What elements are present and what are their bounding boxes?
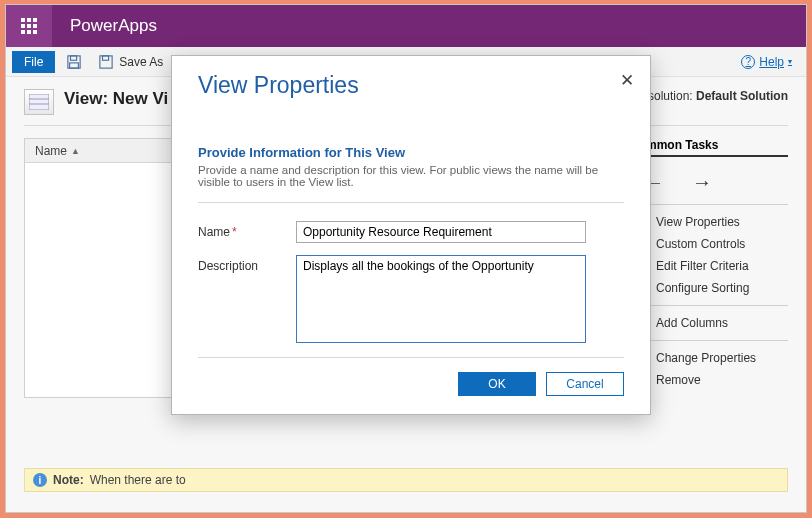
name-input[interactable] <box>296 221 586 243</box>
description-label: Description <box>198 255 296 273</box>
file-button[interactable]: File <box>12 51 55 73</box>
help-icon: ? <box>741 55 755 69</box>
nav-forward-icon[interactable]: → <box>692 171 712 194</box>
view-title: View: New Vi <box>64 89 168 109</box>
task-remove[interactable]: Remove <box>630 369 788 391</box>
app-title: PowerApps <box>70 16 157 36</box>
svg-rect-10 <box>71 55 77 59</box>
save-button[interactable] <box>61 51 87 73</box>
note-text: When there are to <box>90 473 186 487</box>
tasks-title: Common Tasks <box>630 138 788 157</box>
common-tasks-panel: Common Tasks ← → View Properties Custom … <box>630 138 788 398</box>
svg-rect-11 <box>70 62 79 67</box>
svg-rect-6 <box>21 30 25 34</box>
svg-rect-5 <box>33 24 37 28</box>
save-as-icon <box>97 53 115 71</box>
note-bar: i Note: When there are to <box>24 468 788 492</box>
save-as-button[interactable]: Save As <box>93 51 167 73</box>
chevron-down-icon: ▾ <box>788 57 792 66</box>
task-change-properties[interactable]: Change Properties <box>630 347 788 369</box>
close-icon[interactable]: ✕ <box>620 70 634 91</box>
description-textarea[interactable] <box>296 255 586 343</box>
help-label: Help <box>759 55 784 69</box>
dialog-section-title: Provide Information for This View <box>198 145 624 160</box>
info-icon: i <box>33 473 47 487</box>
grid-column-label: Name <box>35 144 67 158</box>
svg-rect-0 <box>21 18 25 22</box>
task-edit-filter[interactable]: Edit Filter Criteria <box>630 255 788 277</box>
sort-asc-icon: ▲ <box>71 146 80 156</box>
solution-label: n solution: Default Solution <box>638 89 788 103</box>
view-properties-dialog: View Properties ✕ Provide Information fo… <box>171 55 651 415</box>
svg-rect-1 <box>27 18 31 22</box>
help-link[interactable]: ? Help ▾ <box>741 55 800 69</box>
view-icon <box>24 89 54 115</box>
svg-rect-3 <box>21 24 25 28</box>
task-configure-sorting[interactable]: Configure Sorting <box>630 277 788 299</box>
task-view-properties[interactable]: View Properties <box>630 211 788 233</box>
save-icon <box>65 53 83 71</box>
svg-rect-13 <box>103 55 109 59</box>
name-label: Name* <box>198 221 296 239</box>
svg-rect-14 <box>29 94 49 110</box>
cancel-button[interactable]: Cancel <box>546 372 624 396</box>
save-as-label: Save As <box>119 55 163 69</box>
waffle-icon[interactable] <box>6 5 52 47</box>
svg-rect-7 <box>27 30 31 34</box>
svg-rect-2 <box>33 18 37 22</box>
dialog-title: View Properties <box>198 72 624 99</box>
dialog-section-desc: Provide a name and description for this … <box>198 164 624 188</box>
note-label: Note: <box>53 473 84 487</box>
svg-rect-12 <box>100 55 112 67</box>
app-top-bar: PowerApps <box>6 5 806 47</box>
task-custom-controls[interactable]: Custom Controls <box>630 233 788 255</box>
svg-rect-8 <box>33 30 37 34</box>
ok-button[interactable]: OK <box>458 372 536 396</box>
svg-rect-4 <box>27 24 31 28</box>
task-add-columns[interactable]: Add Columns <box>630 312 788 334</box>
